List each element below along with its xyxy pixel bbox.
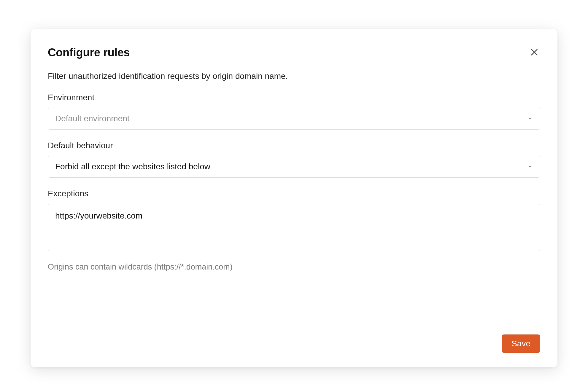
dialog-description: Filter unauthorized identification reque… xyxy=(48,71,540,81)
configure-rules-dialog: Configure rules Filter unauthorized iden… xyxy=(31,29,557,367)
close-icon xyxy=(530,47,539,58)
environment-label: Environment xyxy=(48,93,540,102)
environment-group: Environment Default environment xyxy=(48,93,540,130)
environment-select[interactable]: Default environment xyxy=(48,108,540,130)
exceptions-helper: Origins can contain wildcards (https://*… xyxy=(48,262,540,272)
environment-select-wrapper: Default environment xyxy=(48,108,540,130)
exceptions-group: Exceptions xyxy=(48,189,540,251)
exceptions-label: Exceptions xyxy=(48,189,540,198)
behaviour-label: Default behaviour xyxy=(48,141,540,150)
behaviour-group: Default behaviour Forbid all except the … xyxy=(48,141,540,178)
dialog-footer: Save xyxy=(48,334,540,353)
save-button[interactable]: Save xyxy=(502,334,540,353)
behaviour-select[interactable]: Forbid all except the websites listed be… xyxy=(48,156,540,178)
exceptions-input[interactable] xyxy=(48,204,540,251)
close-button[interactable] xyxy=(528,47,540,59)
behaviour-select-wrapper: Forbid all except the websites listed be… xyxy=(48,156,540,178)
dialog-title: Configure rules xyxy=(48,46,130,59)
dialog-header: Configure rules xyxy=(48,46,540,59)
